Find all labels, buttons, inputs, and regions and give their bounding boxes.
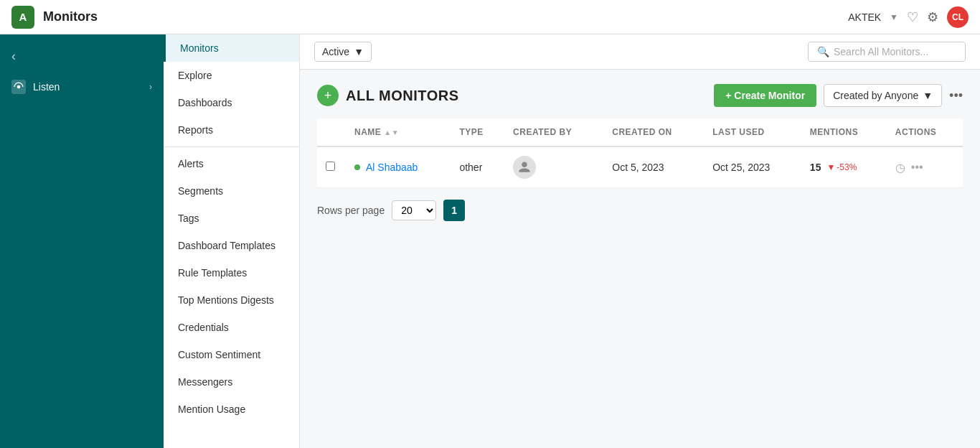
menu-item-explore[interactable]: Explore [164,62,299,89]
main-layout: ‹ Listen › Monitors Explore Dashboards R… [0,34,980,448]
created-by-label: Created by Anyone [833,90,918,101]
menu-item-dashboards[interactable]: Dashboards [164,89,299,116]
more-options-button[interactable]: ••• [949,88,963,103]
status-filter-dropdown[interactable]: Active ▼ [314,42,372,62]
search-box[interactable]: 🔍 Search All Monitors... [808,42,966,62]
row-actions-cell: ◷ ••• [887,146,963,188]
monitors-table: NAME ▲▼ TYPE CREATED BY CREATED ON LAST … [317,118,963,188]
content-area: Active ▼ 🔍 Search All Monitors... + ALL … [300,34,980,448]
mentions-change: ▼ -53% [826,162,857,172]
search-placeholder-text: Search All Monitors... [834,46,928,57]
table-body: Al Shabaab other [317,146,963,188]
page-1-button[interactable]: 1 [443,200,465,221]
menu-item-top-mentions[interactable]: Top Mentions Digests [164,286,299,314]
th-last-used: LAST USED [704,118,801,146]
sidebar-expand-icon: › [149,82,152,92]
status-filter-label: Active [322,46,349,57]
svg-point-0 [17,85,21,89]
add-monitor-circle-button[interactable]: + [317,85,339,106]
created-by-dropdown[interactable]: Created by Anyone ▼ [824,84,942,107]
app-title: Monitors [43,9,98,24]
collapse-button[interactable]: ‹ [0,40,164,73]
name-sort-icon[interactable]: ▲▼ [384,129,399,136]
notification-icon[interactable]: ♡ [907,9,918,25]
down-arrow-icon: ▼ [826,162,835,172]
menu-item-custom-sentiment[interactable]: Custom Sentiment [164,341,299,368]
table-row: Al Shabaab other [317,146,963,188]
rows-per-page-select[interactable]: 20 50 100 [392,200,436,220]
user-avatar[interactable]: CL [947,6,969,28]
th-name: NAME ▲▼ [346,118,451,146]
topbar-left: A Monitors [11,6,98,29]
action-more-icon[interactable]: ••• [911,161,923,174]
listen-icon [11,80,26,94]
row-type-cell: other [451,146,504,188]
menu-item-alerts[interactable]: Alerts [164,150,299,177]
menu-item-messengers[interactable]: Messengers [164,368,299,396]
created-by-avatar [513,156,536,179]
menu-item-segments[interactable]: Segments [164,177,299,205]
sub-header: Active ▼ 🔍 Search All Monitors... [300,34,980,70]
sidebar-item-listen[interactable]: Listen › [0,73,164,101]
status-chevron-icon: ▼ [354,46,364,57]
row-mentions-cell: 15 ▼ -53% [801,146,887,188]
create-monitor-button[interactable]: + Create Monitor [714,84,816,107]
table-header: NAME ▲▼ TYPE CREATED BY CREATED ON LAST … [317,118,963,146]
page-title: ALL MONITORS [346,88,458,104]
th-created-by: CREATED BY [504,118,603,146]
menu-item-rule-templates[interactable]: Rule Templates [164,259,299,286]
menu-item-credentials[interactable]: Credentials [164,314,299,341]
app-avatar-a: A [11,6,34,29]
topbar-username: AKTEK [848,11,881,23]
th-type: TYPE [451,118,504,146]
th-actions: ACTIONS [887,118,963,146]
menu-divider-1 [164,146,299,147]
row-created-by-cell [504,146,603,188]
menu-item-mention-usage[interactable]: Mention Usage [164,396,299,423]
row-checkbox[interactable] [326,162,335,171]
row-checkbox-cell [317,146,346,188]
content-header: + ALL MONITORS + Create Monitor Created … [317,84,963,107]
sidebar-listen-label: Listen [33,81,60,93]
search-icon: 🔍 [817,46,829,57]
created-by-chevron-icon: ▼ [923,90,933,101]
topbar-chevron-icon[interactable]: ▼ [890,12,898,22]
th-mentions: MENTIONS [801,118,887,146]
menu-item-dashboard-templates[interactable]: Dashboard Templates [164,232,299,259]
th-created-on: CREATED ON [603,118,704,146]
topbar-right: AKTEK ▼ ♡ ⚙ CL [848,6,969,28]
rows-per-page-label: Rows per page [317,205,385,216]
pagination-row: Rows per page 20 50 100 1 [317,200,963,221]
monitor-name-label[interactable]: Al Shabaab [366,162,418,173]
th-checkbox [317,118,346,146]
row-created-on-cell: Oct 5, 2023 [603,146,704,188]
menu-item-tags[interactable]: Tags [164,205,299,232]
settings-icon[interactable]: ⚙ [927,9,938,25]
menu-item-monitors[interactable]: Monitors [164,34,299,62]
left-sidebar: ‹ Listen › [0,34,164,448]
action-clock-icon[interactable]: ◷ [895,161,905,174]
topbar: A Monitors AKTEK ▼ ♡ ⚙ CL [0,0,980,34]
mentions-count: 15 [810,162,821,173]
row-name-cell: Al Shabaab [346,146,451,188]
content-actions: + Create Monitor Created by Anyone ▼ ••• [714,84,963,107]
menu-item-reports[interactable]: Reports [164,116,299,144]
dropdown-menu: Monitors Explore Dashboards Reports Aler… [164,34,300,448]
row-last-used-cell: Oct 25, 2023 [704,146,801,188]
content-title-row: + ALL MONITORS [317,85,458,106]
content-main: + ALL MONITORS + Create Monitor Created … [300,70,980,448]
status-dot-active [354,164,360,170]
